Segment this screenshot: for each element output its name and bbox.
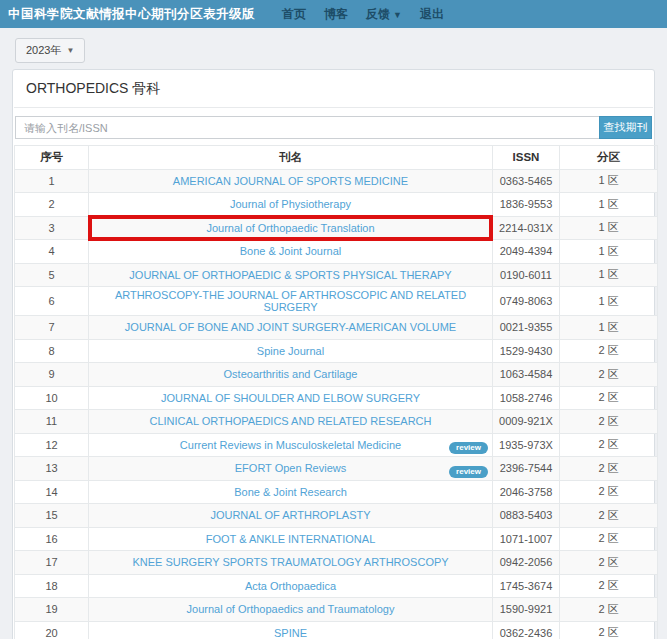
nav-link[interactable]: 退出 (420, 6, 444, 23)
row-zone: 2 区 (560, 410, 658, 434)
row-issn: 1836-9553 (493, 193, 560, 217)
nav-link[interactable]: 博客 (324, 6, 348, 23)
row-issn: 1935-973X (493, 433, 560, 457)
table-row: 1 AMERICAN JOURNAL OF SPORTS MEDICINE 03… (15, 169, 658, 193)
row-no: 1 (15, 169, 89, 193)
row-zone: 2 区 (560, 433, 658, 457)
journal-link[interactable]: Bone & Joint Research (234, 486, 347, 498)
row-no: 10 (15, 386, 89, 410)
row-name-cell: ARTHROSCOPY-THE JOURNAL OF ARTHROSCOPIC … (89, 287, 493, 316)
row-no: 15 (15, 504, 89, 528)
row-issn: 1529-9430 (493, 339, 560, 363)
row-name-cell: JOURNAL OF BONE AND JOINT SURGERY-AMERIC… (89, 316, 493, 340)
row-zone: 1 区 (560, 169, 658, 193)
search-input[interactable] (15, 116, 599, 139)
journal-table-body: 1 AMERICAN JOURNAL OF SPORTS MEDICINE 03… (15, 169, 658, 639)
row-name-cell: FOOT & ANKLE INTERNATIONAL (89, 527, 493, 551)
row-issn: 2049-4394 (493, 240, 560, 264)
table-row: 9 Osteoarthritis and Cartilage 1063-4584… (15, 363, 658, 387)
table-row: 13 EFORT Open Reviews review 2396-7544 2… (15, 457, 658, 481)
row-zone: 1 区 (560, 263, 658, 287)
row-zone: 2 区 (560, 504, 658, 528)
journal-link[interactable]: Osteoarthritis and Cartilage (224, 368, 358, 380)
row-issn: 2046-3758 (493, 480, 560, 504)
nav-link[interactable]: 首页 (282, 6, 306, 23)
journal-link[interactable]: CLINICAL ORTHOPAEDICS AND RELATED RESEAR… (150, 415, 432, 427)
journal-link[interactable]: FOOT & ANKLE INTERNATIONAL (206, 533, 376, 545)
journal-link[interactable]: ARTHROSCOPY-THE JOURNAL OF ARTHROSCOPIC … (115, 289, 466, 313)
row-issn: 1590-9921 (493, 598, 560, 622)
journal-link[interactable]: KNEE SURGERY SPORTS TRAUMATOLOGY ARTHROS… (132, 556, 448, 568)
row-issn: 2396-7544 (493, 457, 560, 481)
table-row: 20 SPINE 0362-2436 2 区 (15, 621, 658, 639)
row-name-cell: SPINE (89, 621, 493, 639)
nav-links: 首页博客反馈▼退出 (273, 6, 453, 23)
row-name-cell: KNEE SURGERY SPORTS TRAUMATOLOGY ARTHROS… (89, 551, 493, 575)
row-name-cell: Bone & Joint Journal (89, 240, 493, 264)
row-name-cell: EFORT Open Reviews review (89, 457, 493, 481)
journal-link[interactable]: Spine Journal (257, 345, 324, 357)
row-no: 19 (15, 598, 89, 622)
table-row: 15 JOURNAL OF ARTHROPLASTY 0883-5403 2 区 (15, 504, 658, 528)
row-zone: 1 区 (560, 240, 658, 264)
nav-link[interactable]: 反馈▼ (366, 6, 402, 23)
row-zone: 2 区 (560, 574, 658, 598)
row-zone: 2 区 (560, 480, 658, 504)
row-name-cell: Journal of Orthopaedic Translation (89, 216, 493, 240)
row-no: 4 (15, 240, 89, 264)
row-no: 2 (15, 193, 89, 217)
journal-link[interactable]: JOURNAL OF SHOULDER AND ELBOW SURGERY (161, 392, 420, 404)
table-row: 6 ARTHROSCOPY-THE JOURNAL OF ARTHROSCOPI… (15, 287, 658, 316)
row-issn: 0363-5465 (493, 169, 560, 193)
row-zone: 2 区 (560, 386, 658, 410)
search-bar: 查找期刊 (15, 116, 652, 139)
journal-link[interactable]: SPINE (274, 627, 307, 639)
row-issn: 0190-6011 (493, 263, 560, 287)
journal-link[interactable]: AMERICAN JOURNAL OF SPORTS MEDICINE (173, 175, 408, 187)
journal-link[interactable]: Bone & Joint Journal (240, 245, 342, 257)
row-issn: 0883-5403 (493, 504, 560, 528)
review-badge: review (449, 442, 488, 454)
row-name-cell: Current Reviews in Musculoskeletal Medic… (89, 433, 493, 457)
row-issn: 0749-8063 (493, 287, 560, 316)
year-dropdown-label: 2023年 (26, 43, 61, 58)
row-issn: 0009-921X (493, 410, 560, 434)
row-issn: 1071-1007 (493, 527, 560, 551)
row-no: 18 (15, 574, 89, 598)
year-dropdown-button[interactable]: 2023年 ▼ (15, 38, 85, 63)
table-row: 2 Journal of Physiotherapy 1836-9553 1 区 (15, 193, 658, 217)
journal-link[interactable]: JOURNAL OF ORTHOPAEDIC & SPORTS PHYSICAL… (129, 269, 451, 281)
row-no: 20 (15, 621, 89, 639)
row-no: 5 (15, 263, 89, 287)
top-navbar: 中国科学院文献情报中心期刊分区表升级版 首页博客反馈▼退出 (0, 0, 667, 28)
row-no: 16 (15, 527, 89, 551)
row-no: 13 (15, 457, 89, 481)
journal-link[interactable]: Acta Orthopaedica (245, 580, 336, 592)
journal-link[interactable]: JOURNAL OF BONE AND JOINT SURGERY-AMERIC… (125, 321, 456, 333)
row-name-cell: JOURNAL OF ORTHOPAEDIC & SPORTS PHYSICAL… (89, 263, 493, 287)
journal-panel: ORTHOPEDICS 骨科 查找期刊 序号 刊名 ISSN 分区 1 AMER… (12, 69, 655, 639)
table-row: 12 Current Reviews in Musculoskeletal Me… (15, 433, 658, 457)
row-name-cell: Acta Orthopaedica (89, 574, 493, 598)
row-issn: 0362-2436 (493, 621, 560, 639)
chevron-down-icon: ▼ (393, 10, 402, 20)
table-row: 5 JOURNAL OF ORTHOPAEDIC & SPORTS PHYSIC… (15, 263, 658, 287)
row-no: 12 (15, 433, 89, 457)
journal-link[interactable]: Current Reviews in Musculoskeletal Medic… (180, 439, 401, 451)
journal-link[interactable]: JOURNAL OF ARTHROPLASTY (210, 509, 370, 521)
table-row: 17 KNEE SURGERY SPORTS TRAUMATOLOGY ARTH… (15, 551, 658, 575)
row-issn: 1063-4584 (493, 363, 560, 387)
journal-link[interactable]: Journal of Physiotherapy (230, 198, 351, 210)
journal-link[interactable]: EFORT Open Reviews (235, 462, 346, 474)
journal-link[interactable]: Journal of Orthopaedics and Traumatology (187, 603, 395, 615)
row-no: 3 (15, 216, 89, 240)
row-no: 9 (15, 363, 89, 387)
journal-link[interactable]: Journal of Orthopaedic Translation (206, 222, 374, 234)
row-issn: 1058-2746 (493, 386, 560, 410)
table-row: 8 Spine Journal 1529-9430 2 区 (15, 339, 658, 363)
search-journal-button[interactable]: 查找期刊 (599, 116, 652, 139)
row-zone: 2 区 (560, 339, 658, 363)
header-no: 序号 (15, 146, 89, 170)
row-name-cell: AMERICAN JOURNAL OF SPORTS MEDICINE (89, 169, 493, 193)
table-row: 11 CLINICAL ORTHOPAEDICS AND RELATED RES… (15, 410, 658, 434)
